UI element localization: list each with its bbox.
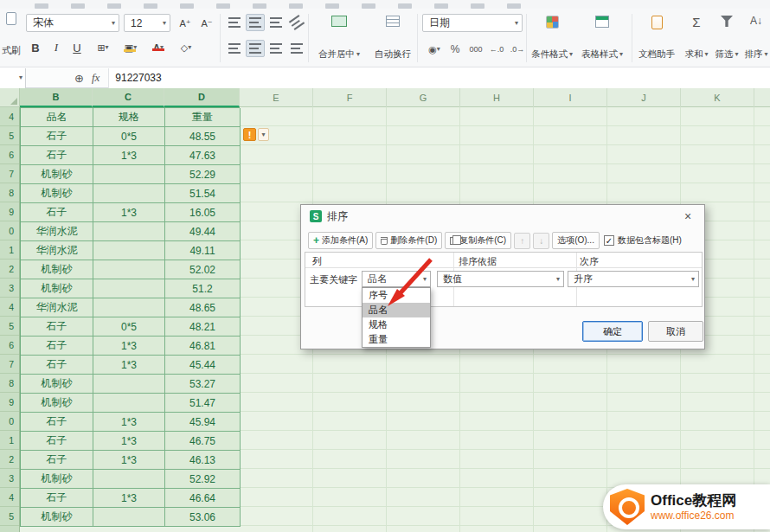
sort-key-combo[interactable]: 品名 [362, 271, 431, 287]
number-format-combo[interactable]: 日期 [422, 14, 523, 32]
grow-font-button[interactable]: A⁺ [175, 14, 196, 33]
align-right-button[interactable] [266, 40, 286, 57]
error-smart-tag[interactable]: ! [243, 128, 269, 141]
cell-pinming[interactable]: 机制砂 [21, 279, 93, 298]
dropdown-item[interactable]: 序号 [363, 288, 430, 303]
row-header[interactable]: 4 [0, 107, 19, 126]
name-box[interactable] [0, 68, 26, 88]
cell-guige[interactable]: 0*5 [93, 127, 165, 146]
cell-pinming[interactable]: 机制砂 [21, 165, 93, 184]
cell-guige[interactable]: 0*5 [93, 317, 165, 337]
cell-zhongliang[interactable]: 51.47 [165, 394, 241, 413]
cell-pinming[interactable]: 石子 [21, 413, 93, 432]
cell-guige[interactable] [93, 470, 165, 489]
cancel-button[interactable]: 取消 [648, 321, 703, 342]
ok-button[interactable]: 确定 [582, 321, 643, 342]
add-condition-button[interactable]: +添加条件(A) [308, 232, 373, 249]
row-header[interactable]: 1 [0, 240, 19, 260]
cell-zhongliang[interactable]: 48.65 [165, 298, 241, 317]
text-orientation-button[interactable] [287, 14, 306, 31]
cell-zhongliang[interactable]: 47.63 [165, 146, 241, 165]
header-cell-guige[interactable]: 规格 [93, 108, 165, 127]
column-header[interactable]: H [460, 88, 534, 107]
row-header[interactable]: 8 [0, 183, 19, 202]
row-header[interactable]: 6 [0, 145, 19, 164]
header-cell-zhongliang[interactable]: 重量 [165, 108, 241, 127]
cell-guige[interactable] [93, 222, 165, 241]
doc-helper-button[interactable]: 文档助手 [635, 12, 678, 64]
table-style-button[interactable]: 表格样式 [578, 12, 626, 64]
cell-zhongliang[interactable]: 52.02 [165, 260, 241, 279]
italic-button[interactable]: I [47, 38, 66, 57]
sort-on-combo[interactable]: 数值 [437, 271, 564, 287]
currency-format-button[interactable]: ◉ [424, 42, 445, 57]
cell-pinming[interactable]: 机制砂 [21, 394, 93, 413]
cell-pinming[interactable]: 机制砂 [21, 375, 93, 394]
cell-zhongliang[interactable]: 51.54 [165, 184, 241, 203]
dialog-titlebar[interactable]: S 排序 × [301, 205, 704, 228]
cell-guige[interactable] [93, 241, 165, 260]
row-header[interactable]: 7 [0, 355, 19, 374]
row-header[interactable]: 8 [0, 374, 19, 393]
column-header[interactable]: E [240, 88, 313, 107]
font-color-button[interactable]: A [145, 38, 171, 57]
row-header[interactable]: 9 [0, 202, 19, 221]
row-header[interactable]: 0 [0, 412, 19, 431]
fill-color-button[interactable]: ▣ [118, 38, 144, 57]
cell-zhongliang[interactable]: 49.11 [165, 241, 241, 260]
row-header[interactable]: 1 [0, 431, 19, 450]
smart-tag-dropdown[interactable] [258, 128, 269, 141]
cell-zhongliang[interactable]: 45.44 [165, 356, 241, 375]
cell-pinming[interactable]: 石子 [21, 203, 93, 222]
cell-zhongliang[interactable]: 16.05 [165, 203, 241, 222]
cell-guige[interactable] [93, 394, 165, 413]
row-header[interactable]: 4 [0, 488, 19, 507]
row-header[interactable]: 6 [0, 336, 19, 355]
column-header[interactable]: D [164, 88, 240, 107]
row-header[interactable]: 3 [0, 279, 19, 298]
cell-zhongliang[interactable]: 46.81 [165, 337, 241, 356]
cell-guige[interactable]: 1*3 [93, 337, 165, 356]
cell-pinming[interactable]: 机制砂 [21, 260, 93, 279]
cell-guige[interactable] [93, 375, 165, 394]
cell-zhongliang[interactable]: 45.94 [165, 413, 241, 432]
cell-guige[interactable]: 1*3 [93, 413, 165, 432]
align-middle-button[interactable] [246, 14, 265, 31]
align-top-button[interactable] [225, 14, 244, 31]
cell-pinming[interactable]: 石子 [21, 432, 93, 451]
cell-pinming[interactable]: 石子 [21, 356, 93, 375]
zoom-icon[interactable]: ⊕ [74, 72, 84, 85]
merge-center-button[interactable]: 合并居中 [311, 12, 367, 64]
column-header[interactable]: G [387, 88, 460, 107]
select-all-corner[interactable] [0, 88, 20, 107]
align-bottom-button[interactable] [266, 14, 286, 31]
cell-guige[interactable]: 1*3 [93, 451, 165, 470]
cell-pinming[interactable]: 石子 [21, 337, 93, 356]
filter-button[interactable]: 筛选 [713, 12, 741, 64]
comma-style-button[interactable]: 000 [467, 42, 484, 57]
table-header-row[interactable]: 品名 规格 重量 [21, 108, 240, 127]
cell-pinming[interactable]: 机制砂 [21, 508, 93, 527]
row-header[interactable]: 2 [0, 450, 19, 469]
decrease-decimal-button[interactable]: .0→ [509, 42, 526, 57]
cell-guige[interactable] [93, 165, 165, 184]
formula-input[interactable]: 91227033 [108, 68, 770, 88]
sort-button[interactable]: A↓ 排序 [742, 12, 770, 64]
cell-guige[interactable] [93, 279, 165, 298]
top-menu-strip[interactable] [0, 0, 770, 9]
cell-pinming[interactable]: 石子 [21, 146, 93, 165]
row-header[interactable]: 9 [0, 393, 19, 412]
cell-pinming[interactable]: 机制砂 [21, 184, 93, 203]
sort-order-combo[interactable]: 升序 [568, 271, 699, 287]
cell-guige[interactable]: 1*3 [93, 432, 165, 451]
indent-button[interactable] [287, 40, 306, 57]
cell-pinming[interactable]: 石子 [21, 451, 93, 470]
dropdown-item[interactable]: 重量 [363, 332, 430, 347]
options-button[interactable]: 选项(O)... [552, 232, 600, 249]
cell-pinming[interactable]: 华润水泥 [21, 222, 93, 241]
header-cell-pinming[interactable]: 品名 [21, 108, 93, 127]
underline-button[interactable]: U [67, 38, 87, 57]
wrap-text-button[interactable]: 自动换行 [370, 12, 415, 64]
column-header[interactable]: I [534, 88, 607, 107]
cell-guige[interactable] [93, 260, 165, 279]
